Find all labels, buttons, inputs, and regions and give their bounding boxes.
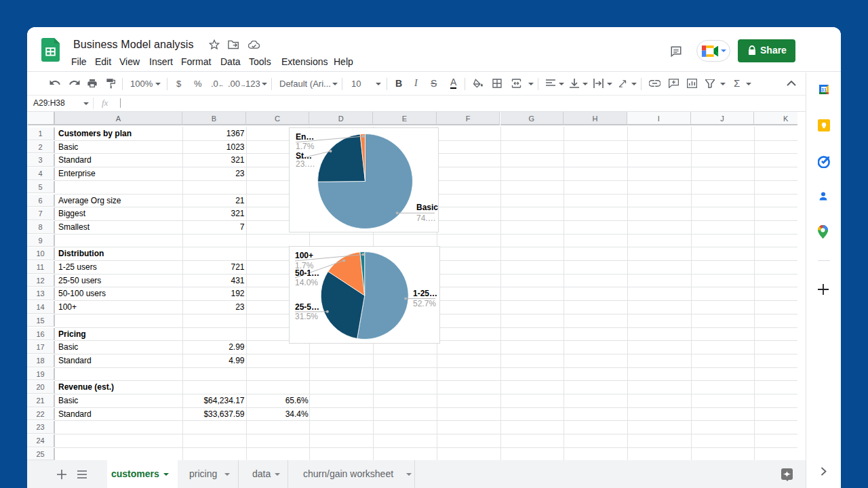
svg-text:31: 31 — [821, 87, 827, 92]
